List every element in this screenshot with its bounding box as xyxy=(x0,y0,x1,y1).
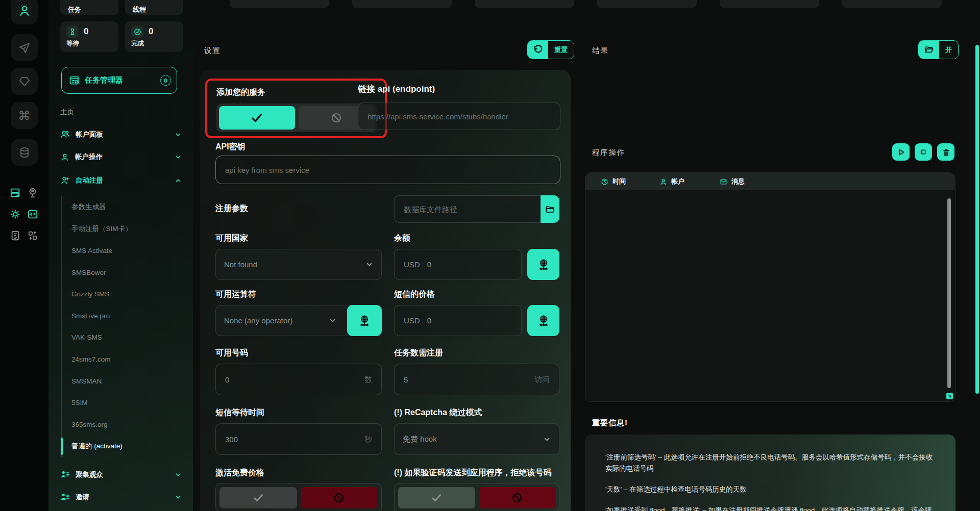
swap-icon[interactable] xyxy=(27,229,39,242)
folder-icon xyxy=(919,41,939,59)
balance-value: 0 xyxy=(427,260,431,269)
reset-button[interactable]: 重置 xyxy=(527,40,574,59)
submenu-item[interactable]: VAK-SMS xyxy=(62,327,184,349)
operator-label: 可用运算符 xyxy=(215,289,256,300)
api-key-input[interactable] xyxy=(225,166,551,174)
tasks-input[interactable] xyxy=(404,375,530,384)
submenu-item[interactable]: 普遍的 (activate) xyxy=(62,436,184,457)
db-path-input[interactable] xyxy=(404,205,531,214)
submenu-item[interactable]: 手动注册（SIM卡） xyxy=(62,218,184,240)
balance-currency: USD xyxy=(404,260,420,269)
column-message[interactable]: 消息 xyxy=(720,177,745,186)
price-refresh-button[interactable] xyxy=(527,305,559,336)
submenu-item[interactable]: 24sms7.com xyxy=(62,348,184,370)
column-time[interactable]: 时间 xyxy=(601,177,659,186)
numbers-input[interactable] xyxy=(225,375,360,384)
stop-icon xyxy=(919,148,927,156)
waiting-label: 等待 xyxy=(66,39,112,48)
submenu-item-label: SMSBower xyxy=(71,269,106,276)
sms-wait-input[interactable] xyxy=(225,435,360,444)
sidebar-item-invite[interactable]: 邀请 xyxy=(60,492,182,502)
premium-button[interactable] xyxy=(11,68,38,95)
top-tab[interactable] xyxy=(597,0,697,8)
free-price-accept-button[interactable] xyxy=(219,487,297,508)
column-message-label: 消息 xyxy=(731,177,745,186)
open-results-button[interactable]: 开 xyxy=(918,40,959,59)
reject-app-reject-button[interactable] xyxy=(479,487,556,508)
trash-button[interactable] xyxy=(937,143,954,161)
top-tab[interactable] xyxy=(230,0,329,8)
waiting-counter-card: 0 等待 xyxy=(60,21,118,52)
task-manager-button[interactable]: 任务管理器 0 xyxy=(61,67,177,94)
table-scrollbar[interactable] xyxy=(947,198,951,388)
document-check-icon[interactable] xyxy=(9,229,21,242)
code-window-icon[interactable] xyxy=(27,208,39,220)
send-button[interactable] xyxy=(11,34,38,61)
section-home[interactable]: 主页 xyxy=(60,108,74,117)
submenu-item-label: SmsLive.pro xyxy=(71,312,110,320)
sidebar-item-auto-register[interactable]: 自动注册 xyxy=(60,175,182,185)
top-tab[interactable] xyxy=(475,0,574,8)
browse-db-button[interactable] xyxy=(541,195,559,223)
country-select[interactable]: Not found xyxy=(215,249,382,280)
recaptcha-select[interactable]: 免费 hook xyxy=(394,423,559,455)
database-button[interactable] xyxy=(11,139,38,166)
command-button[interactable]: ⌘ xyxy=(11,102,38,129)
free-price-reject-button[interactable] xyxy=(301,487,378,508)
api-key-field-wrap xyxy=(215,156,560,184)
tasks-label: 任务数需注册 xyxy=(394,348,443,359)
service-accept-button[interactable] xyxy=(219,106,295,130)
reject-app-accept-button[interactable] xyxy=(398,487,475,508)
profile-icon-button[interactable] xyxy=(11,0,38,24)
stop-button[interactable] xyxy=(915,143,932,161)
done-counter-card: 0 完成 xyxy=(125,21,183,52)
settings-card: 添加您的服务 链接 api (endpoint) API密钥 注册参数 xyxy=(200,70,571,511)
tasks-suffix: 访问 xyxy=(534,375,550,385)
program-ops-title: 程序操作 xyxy=(592,148,625,158)
tasks-field-wrap: 访问 xyxy=(394,364,559,395)
top-tab[interactable] xyxy=(842,0,942,8)
submenu-item[interactable]: 365sms.org xyxy=(62,414,184,436)
play-button[interactable] xyxy=(892,143,910,161)
balance-field-wrap: USD 0 xyxy=(394,249,522,280)
top-tab[interactable] xyxy=(720,0,819,8)
person-list-icon xyxy=(60,470,70,479)
submenu-item-label: VAK-SMS xyxy=(71,334,102,341)
sidebar-item-accounts-panel[interactable]: 帐户面板 xyxy=(60,130,182,139)
chevron-down-icon xyxy=(175,131,182,138)
chevron-down-icon xyxy=(543,436,551,443)
resize-handle[interactable] xyxy=(946,393,953,399)
sidebar-item-accounts-ops[interactable]: 帐户操作 xyxy=(60,152,182,162)
webcam-person-icon[interactable] xyxy=(27,187,39,199)
sidebar-item-gather-audience[interactable]: 聚集观众 xyxy=(60,470,182,479)
submenu-item[interactable]: 参数生成器 xyxy=(62,196,184,218)
icon-rail: ⌘ xyxy=(0,0,48,511)
results-title: 结果 xyxy=(592,46,608,56)
prohibit-icon xyxy=(333,492,345,504)
check-circle-icon xyxy=(131,25,143,38)
info-paragraph: '注册前筛选号码' – 此选项允许在注册开始前拒绝不良电话号码。服务会以哈希值形… xyxy=(605,452,935,474)
top-tab[interactable] xyxy=(352,0,452,8)
submenu-item[interactable]: SmsLive.pro xyxy=(62,305,184,327)
endpoint-input[interactable] xyxy=(368,112,551,121)
column-account[interactable]: 帐户 xyxy=(659,177,720,186)
balance-refresh-button[interactable] xyxy=(527,249,559,280)
operator-value: None (any operator) xyxy=(224,316,292,325)
db-path-field-wrap xyxy=(394,195,541,223)
submenu-item[interactable]: SMS Activate xyxy=(62,240,184,262)
gear-icon[interactable] xyxy=(9,208,21,220)
operator-refresh-button[interactable] xyxy=(347,305,382,336)
diamond-icon xyxy=(18,75,31,88)
important-info-box: '注册前筛选号码' – 此选项允许在注册开始前拒绝不良电话号码。服务会以哈希值形… xyxy=(585,435,955,511)
submenu-item[interactable]: 5SIM xyxy=(62,392,184,414)
submenu-item[interactable]: Grizzly SMS xyxy=(62,283,184,305)
server-check-icon[interactable] xyxy=(9,187,21,199)
nav-sidebar: 任务 线程 0 等待 0 完成 任务管理器 0 主页 帐 xyxy=(48,0,193,511)
hourglass-icon xyxy=(66,25,79,38)
window-scrollbar[interactable] xyxy=(975,45,979,394)
threads-card: 线程 xyxy=(125,0,183,15)
submenu-item[interactable]: SMSMAN xyxy=(62,370,184,392)
check-icon xyxy=(250,111,263,124)
submenu-item[interactable]: SMSBower xyxy=(62,262,184,284)
free-price-label: 激活免费价格 xyxy=(215,468,264,478)
